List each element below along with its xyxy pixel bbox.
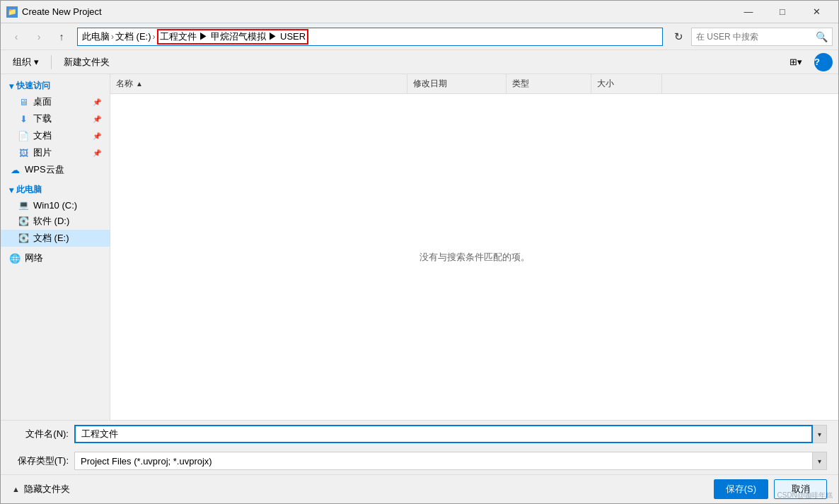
view-options-button[interactable]: ⊞▾ xyxy=(783,53,809,71)
up-button[interactable]: ↑ xyxy=(52,27,71,47)
dialog: 📁 Create New Project — □ ✕ ‹ › ↑ 此电脑 › 文… xyxy=(0,0,839,504)
organize-button[interactable]: 组织 ▾ xyxy=(6,53,45,71)
empty-message: 没有与搜索条件匹配的项。 xyxy=(420,251,530,264)
col-header-date[interactable]: 修改日期 xyxy=(407,74,507,93)
col-header-name[interactable]: 名称 ▲ xyxy=(110,74,407,93)
network-icon: 🌐 xyxy=(9,252,21,264)
help-button[interactable]: ? xyxy=(814,53,833,71)
chevron-down-pc-icon: ▾ xyxy=(9,185,13,195)
save-button[interactable]: 保存(S) xyxy=(714,479,768,499)
drive-c-icon: 💻 xyxy=(18,199,29,211)
minimize-button[interactable]: — xyxy=(732,1,765,23)
sidebar-item-document-e[interactable]: 💽 文档 (E:) xyxy=(1,230,110,247)
search-icon-button[interactable]: 🔍 xyxy=(816,31,828,42)
footer-bar: ▲ 隐藏文件夹 保存(S) 取消 xyxy=(1,474,838,503)
title-bar-title: Create New Project xyxy=(22,6,732,17)
main-area: ▾ 快速访问 🖥 桌面 📌 ⬇ 下载 📌 📄 文档 📌 🖼 图片 � xyxy=(1,74,838,420)
file-list-header: 名称 ▲ 修改日期 类型 大小 xyxy=(110,74,838,94)
hide-folder-label: 隐藏文件夹 xyxy=(24,483,70,496)
drive-d-icon: 💽 xyxy=(18,216,29,227)
pin-icon-3: 📌 xyxy=(93,132,101,140)
drive-e-icon: 💽 xyxy=(18,233,29,244)
cancel-button[interactable]: 取消 xyxy=(774,479,827,499)
pin-icon: 📌 xyxy=(93,98,101,106)
col-header-type[interactable]: 类型 xyxy=(507,74,591,93)
sidebar-item-picture[interactable]: 🖼 图片 📌 xyxy=(1,144,110,161)
new-folder-button[interactable]: 新建文件夹 xyxy=(57,53,116,71)
search-input[interactable] xyxy=(696,32,816,42)
close-button[interactable]: ✕ xyxy=(800,1,833,23)
hide-folder-toggle[interactable]: ▲ 隐藏文件夹 xyxy=(12,483,70,496)
refresh-button[interactable]: ↻ xyxy=(669,27,688,47)
pin-icon-4: 📌 xyxy=(93,149,101,157)
sidebar-item-software[interactable]: 💽 软件 (D:) xyxy=(1,213,110,230)
sidebar-quick-access-label: ▾ 快速访问 xyxy=(1,77,110,93)
document-icon: 📄 xyxy=(18,130,29,141)
hide-folder-chevron-icon: ▲ xyxy=(12,485,20,493)
sidebar-item-network[interactable]: 🌐 网络 xyxy=(1,250,110,266)
bottom-area: 文件名(N): ▾ 保存类型(T): Project Files (*.uvpr… xyxy=(1,420,838,474)
filetype-row: 保存类型(T): Project Files (*.uvproj; *.uvpr… xyxy=(1,447,838,474)
search-box[interactable]: 🔍 xyxy=(691,28,833,46)
desktop-icon: 🖥 xyxy=(18,96,29,107)
file-list-body: 没有与搜索条件匹配的项。 xyxy=(110,94,838,420)
filetype-label: 保存类型(T): xyxy=(12,455,69,467)
sort-arrow-icon: ▲ xyxy=(136,80,143,88)
filetype-select-wrap: Project Files (*.uvproj; *.uvprojx) ▾ xyxy=(74,452,827,470)
filetype-display: Project Files (*.uvproj; *.uvprojx) xyxy=(74,452,813,470)
breadcrumb-pc: 此电脑 xyxy=(82,30,110,43)
filename-input[interactable] xyxy=(74,425,813,443)
sidebar: ▾ 快速访问 🖥 桌面 📌 ⬇ 下载 📌 📄 文档 📌 🖼 图片 � xyxy=(1,74,110,420)
filename-dropdown-button[interactable]: ▾ xyxy=(813,425,827,443)
toolbar: 组织 ▾ 新建文件夹 ⊞▾ ? xyxy=(1,50,838,74)
nav-bar: ‹ › ↑ 此电脑 › 文档 (E:) › 工程文件 ▶ 甲烷沼气模拟 ▶ US… xyxy=(1,23,838,50)
pin-icon-2: 📌 xyxy=(93,115,101,123)
back-button[interactable]: ‹ xyxy=(6,27,26,47)
filetype-dropdown-button[interactable]: ▾ xyxy=(813,452,827,470)
forward-button[interactable]: › xyxy=(29,27,49,47)
col-header-size[interactable]: 大小 xyxy=(591,74,662,93)
breadcrumb-container[interactable]: 此电脑 › 文档 (E:) › 工程文件 ▶ 甲烷沼气模拟 ▶ USER xyxy=(77,28,663,46)
filename-input-wrap: ▾ xyxy=(74,425,827,443)
wps-icon: ☁ xyxy=(9,164,21,175)
sidebar-item-win10[interactable]: 💻 Win10 (C:) xyxy=(1,197,110,213)
sidebar-pc-label: ▾ 此电脑 xyxy=(1,181,110,197)
title-bar-buttons: — □ ✕ xyxy=(732,1,833,23)
title-bar: 📁 Create New Project — □ ✕ xyxy=(1,1,838,23)
maximize-button[interactable]: □ xyxy=(766,1,799,23)
breadcrumb: 此电脑 › 文档 (E:) › 工程文件 ▶ 甲烷沼气模拟 ▶ USER xyxy=(82,29,308,45)
chevron-down-icon: ▾ xyxy=(9,81,13,91)
filename-row: 文件名(N): ▾ xyxy=(1,421,838,447)
title-bar-icon: 📁 xyxy=(6,6,18,18)
breadcrumb-projects: 工程文件 ▶ 甲烷沼气模拟 ▶ USER xyxy=(157,29,309,45)
sidebar-item-download[interactable]: ⬇ 下载 📌 xyxy=(1,110,110,127)
sidebar-item-desktop[interactable]: 🖥 桌面 📌 xyxy=(1,93,110,110)
toolbar-separator xyxy=(51,55,52,69)
sidebar-item-wps[interactable]: ☁ WPS云盘 xyxy=(1,161,110,178)
footer-buttons: 保存(S) 取消 xyxy=(714,479,827,499)
breadcrumb-edoc: 文档 (E:) xyxy=(115,30,151,43)
picture-icon: 🖼 xyxy=(18,147,29,158)
filename-label: 文件名(N): xyxy=(12,428,69,440)
sidebar-item-document[interactable]: 📄 文档 📌 xyxy=(1,127,110,144)
file-list: 名称 ▲ 修改日期 类型 大小 没有与搜索条件匹配的项。 xyxy=(110,74,838,420)
download-icon: ⬇ xyxy=(18,113,29,124)
